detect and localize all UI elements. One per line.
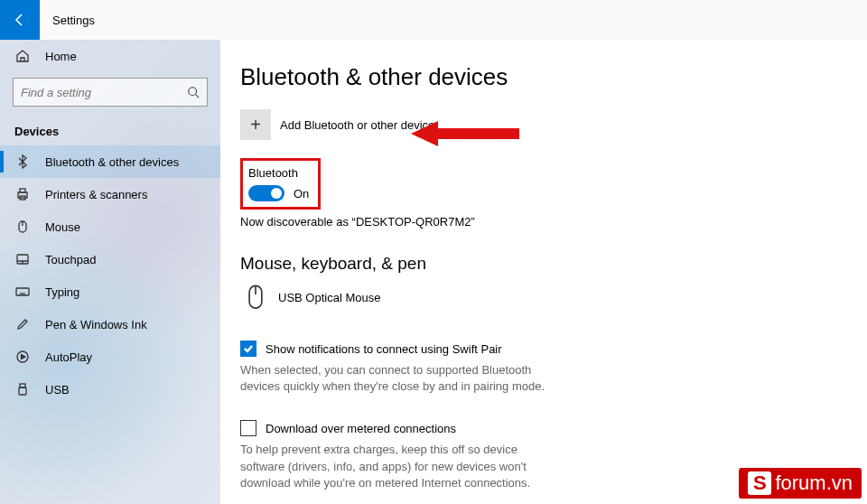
sidebar-item-label: Bluetooth & other devices [45,155,179,169]
mouse-device-icon [246,285,266,310]
bluetooth-icon [14,154,31,170]
discoverable-text: Now discoverable as “DESKTOP-QR0R7M2” [240,215,867,229]
annotation-highlight-box: Bluetooth On [240,158,321,210]
back-button[interactable] [0,0,40,40]
sidebar-item-label: USB [45,383,70,397]
content-area: Bluetooth & other devices + Add Bluetoot… [220,40,867,504]
plus-icon: + [240,109,271,140]
sidebar-home-label: Home [45,50,77,63]
home-icon [14,48,31,64]
touchpad-icon [14,251,31,267]
swift-pair-label: Show notifications to connect using Swif… [266,342,502,356]
autoplay-icon [14,349,31,365]
sidebar-item-usb[interactable]: USB [0,373,220,406]
mouse-icon [14,219,31,235]
metered-desc: To help prevent extra charges, keep this… [240,442,547,491]
sidebar-item-label: Mouse [45,220,80,234]
watermark: S forum.vn [739,468,862,499]
watermark-text: forum.vn [775,471,853,495]
swift-pair-checkbox[interactable] [240,341,256,357]
sidebar-item-label: Touchpad [45,253,96,266]
sidebar-item-autoplay[interactable]: AutoPlay [0,341,220,373]
sidebar: Home Devices Bluetooth & other devices P… [0,40,220,504]
annotation-arrow [411,117,519,154]
window-title: Settings [40,14,95,27]
sidebar-item-mouse[interactable]: Mouse [0,210,220,243]
bluetooth-toggle[interactable] [248,185,284,201]
svg-rect-9 [19,387,26,395]
sidebar-item-printers[interactable]: Printers & scanners [0,178,220,210]
printer-icon [14,186,31,202]
metered-checkbox[interactable] [240,420,256,436]
watermark-badge: S [748,471,771,495]
svg-point-0 [189,88,197,96]
sidebar-home[interactable]: Home [0,40,220,72]
sidebar-item-touchpad[interactable]: Touchpad [0,243,220,275]
search-icon [187,86,200,98]
sidebar-item-label: Typing [45,285,79,299]
keyboard-icon [14,284,31,300]
metered-label: Download over metered connections [266,422,456,435]
usb-icon [14,381,31,397]
page-title: Bluetooth & other devices [240,63,867,91]
svg-marker-11 [411,121,519,146]
bluetooth-toggle-state: On [294,187,309,201]
sidebar-item-label: AutoPlay [45,350,92,364]
sidebar-item-label: Pen & Windows Ink [45,318,147,331]
svg-rect-2 [20,189,25,192]
device-name: USB Optical Mouse [278,291,380,304]
bluetooth-label: Bluetooth [248,166,309,180]
sidebar-item-typing[interactable]: Typing [0,275,220,308]
swift-pair-desc: When selected, you can connect to suppor… [240,362,547,395]
sidebar-item-bluetooth[interactable]: Bluetooth & other devices [0,145,220,178]
pen-icon [14,316,31,332]
sidebar-item-pen[interactable]: Pen & Windows Ink [0,308,220,341]
search-input[interactable] [21,86,187,99]
sidebar-item-label: Printers & scanners [45,188,147,201]
sidebar-category: Devices [0,117,220,145]
search-box[interactable] [13,78,208,107]
svg-rect-6 [16,288,29,295]
device-row[interactable]: USB Optical Mouse [240,285,867,310]
add-device-button[interactable]: + Add Bluetooth or other device [240,109,867,140]
section-mkp-title: Mouse, keyboard, & pen [240,254,867,274]
